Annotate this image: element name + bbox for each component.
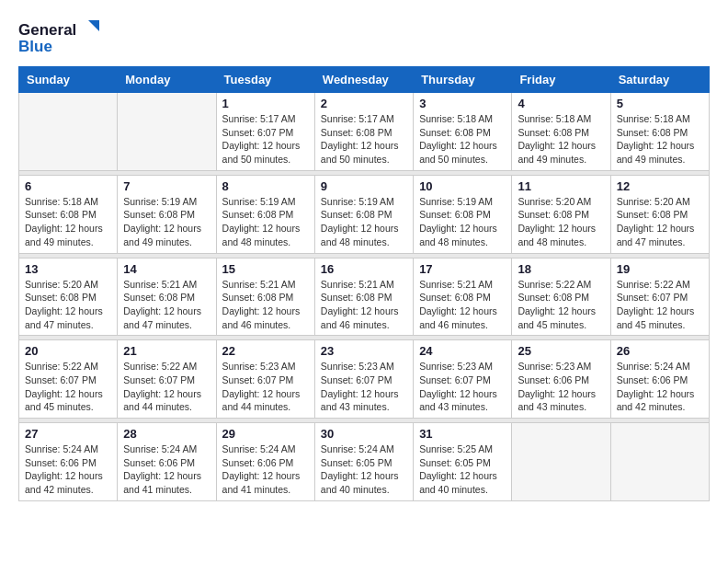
day-info: Sunrise: 5:19 AMSunset: 6:08 PMDaylight:…: [419, 195, 506, 249]
calendar-day-cell: 27Sunrise: 5:24 AMSunset: 6:06 PMDayligh…: [19, 423, 118, 501]
calendar-day-cell: 14Sunrise: 5:21 AMSunset: 6:08 PMDayligh…: [118, 258, 216, 336]
day-number: 3: [419, 97, 506, 110]
day-info: Sunrise: 5:24 AMSunset: 6:06 PMDaylight:…: [123, 442, 210, 497]
day-number: 25: [518, 344, 604, 358]
day-number: 30: [321, 427, 407, 441]
calendar-day-cell: 20Sunrise: 5:22 AMSunset: 6:07 PMDayligh…: [19, 340, 118, 419]
calendar-day-cell: 30Sunrise: 5:24 AMSunset: 6:05 PMDayligh…: [314, 423, 413, 501]
day-info: Sunrise: 5:24 AMSunset: 6:06 PMDaylight:…: [25, 442, 111, 497]
calendar-day-cell: [19, 93, 118, 171]
svg-text:General: General: [18, 21, 76, 39]
calendar-header-saturday: Saturday: [610, 67, 709, 93]
day-number: 14: [123, 262, 210, 276]
calendar-day-cell: 25Sunrise: 5:23 AMSunset: 6:06 PMDayligh…: [512, 340, 610, 419]
day-number: 19: [617, 262, 703, 276]
day-info: Sunrise: 5:22 AMSunset: 6:07 PMDaylight:…: [25, 360, 111, 414]
day-number: 15: [222, 262, 309, 276]
day-info: Sunrise: 5:21 AMSunset: 6:08 PMDaylight:…: [222, 278, 309, 332]
calendar-header-sunday: Sunday: [19, 67, 118, 93]
day-number: 9: [321, 179, 407, 193]
day-number: 13: [25, 262, 111, 276]
calendar-day-cell: 13Sunrise: 5:20 AMSunset: 6:08 PMDayligh…: [19, 258, 118, 336]
calendar-day-cell: 18Sunrise: 5:22 AMSunset: 6:08 PMDayligh…: [512, 258, 610, 336]
day-info: Sunrise: 5:22 AMSunset: 6:07 PMDaylight:…: [123, 360, 210, 414]
calendar-day-cell: 7Sunrise: 5:19 AMSunset: 6:08 PMDaylight…: [118, 175, 216, 253]
calendar-day-cell: 10Sunrise: 5:19 AMSunset: 6:08 PMDayligh…: [414, 175, 512, 253]
day-info: Sunrise: 5:23 AMSunset: 6:07 PMDaylight:…: [222, 360, 309, 414]
day-info: Sunrise: 5:18 AMSunset: 6:08 PMDaylight:…: [518, 112, 604, 167]
calendar-day-cell: 4Sunrise: 5:18 AMSunset: 6:08 PMDaylight…: [512, 93, 610, 171]
calendar-day-cell: 28Sunrise: 5:24 AMSunset: 6:06 PMDayligh…: [118, 423, 216, 501]
calendar-week-row: 6Sunrise: 5:18 AMSunset: 6:08 PMDaylight…: [19, 175, 710, 253]
day-info: Sunrise: 5:18 AMSunset: 6:08 PMDaylight:…: [25, 195, 111, 249]
calendar-day-cell: 24Sunrise: 5:23 AMSunset: 6:07 PMDayligh…: [414, 340, 512, 419]
day-number: 1: [222, 97, 309, 110]
day-number: 11: [518, 179, 604, 193]
calendar-day-cell: 21Sunrise: 5:22 AMSunset: 6:07 PMDayligh…: [118, 340, 216, 419]
day-number: 22: [222, 344, 309, 358]
calendar-day-cell: 17Sunrise: 5:21 AMSunset: 6:08 PMDayligh…: [414, 258, 512, 336]
day-info: Sunrise: 5:22 AMSunset: 6:07 PMDaylight:…: [617, 278, 703, 332]
day-info: Sunrise: 5:18 AMSunset: 6:08 PMDaylight:…: [419, 112, 506, 167]
day-info: Sunrise: 5:22 AMSunset: 6:08 PMDaylight:…: [518, 278, 604, 332]
day-number: 2: [321, 97, 407, 110]
calendar-day-cell: 5Sunrise: 5:18 AMSunset: 6:08 PMDaylight…: [610, 93, 709, 171]
calendar-day-cell: 19Sunrise: 5:22 AMSunset: 6:07 PMDayligh…: [610, 258, 709, 336]
calendar-day-cell: 12Sunrise: 5:20 AMSunset: 6:08 PMDayligh…: [610, 175, 709, 253]
calendar-header-wednesday: Wednesday: [314, 67, 413, 93]
day-number: 12: [617, 179, 703, 193]
day-number: 4: [518, 97, 604, 110]
day-info: Sunrise: 5:20 AMSunset: 6:08 PMDaylight:…: [518, 195, 604, 249]
calendar-day-cell: 29Sunrise: 5:24 AMSunset: 6:06 PMDayligh…: [216, 423, 314, 501]
day-number: 29: [222, 427, 309, 441]
day-info: Sunrise: 5:23 AMSunset: 6:06 PMDaylight:…: [518, 360, 604, 414]
logo: General Blue: [18, 18, 101, 57]
day-number: 10: [419, 179, 506, 193]
calendar-day-cell: 3Sunrise: 5:18 AMSunset: 6:08 PMDaylight…: [414, 93, 512, 171]
day-info: Sunrise: 5:24 AMSunset: 6:06 PMDaylight:…: [617, 360, 703, 414]
calendar-day-cell: 15Sunrise: 5:21 AMSunset: 6:08 PMDayligh…: [216, 258, 314, 336]
day-info: Sunrise: 5:19 AMSunset: 6:08 PMDaylight:…: [123, 195, 210, 249]
day-info: Sunrise: 5:20 AMSunset: 6:08 PMDaylight:…: [617, 195, 703, 249]
calendar-header-row: SundayMondayTuesdayWednesdayThursdayFrid…: [19, 67, 710, 93]
day-info: Sunrise: 5:21 AMSunset: 6:08 PMDaylight:…: [123, 278, 210, 332]
calendar-day-cell: 9Sunrise: 5:19 AMSunset: 6:08 PMDaylight…: [314, 175, 413, 253]
calendar-day-cell: [118, 93, 216, 171]
day-info: Sunrise: 5:20 AMSunset: 6:08 PMDaylight:…: [25, 278, 111, 332]
calendar-week-row: 20Sunrise: 5:22 AMSunset: 6:07 PMDayligh…: [19, 340, 710, 419]
day-number: 31: [419, 427, 506, 441]
calendar-day-cell: [512, 423, 610, 501]
day-info: Sunrise: 5:17 AMSunset: 6:07 PMDaylight:…: [222, 112, 309, 167]
day-number: 16: [321, 262, 407, 276]
day-number: 27: [25, 427, 111, 441]
calendar-header-monday: Monday: [118, 67, 216, 93]
calendar-day-cell: 22Sunrise: 5:23 AMSunset: 6:07 PMDayligh…: [216, 340, 314, 419]
day-info: Sunrise: 5:19 AMSunset: 6:08 PMDaylight:…: [222, 195, 309, 249]
calendar-table: SundayMondayTuesdayWednesdayThursdayFrid…: [18, 66, 710, 501]
calendar-day-cell: 8Sunrise: 5:19 AMSunset: 6:08 PMDaylight…: [216, 175, 314, 253]
day-number: 5: [617, 97, 703, 110]
svg-marker-2: [88, 20, 99, 31]
svg-text:Blue: Blue: [18, 38, 52, 55]
day-info: Sunrise: 5:23 AMSunset: 6:07 PMDaylight:…: [419, 360, 506, 414]
day-number: 20: [25, 344, 111, 358]
day-number: 28: [123, 427, 210, 441]
day-info: Sunrise: 5:25 AMSunset: 6:05 PMDaylight:…: [419, 442, 506, 497]
day-info: Sunrise: 5:21 AMSunset: 6:08 PMDaylight:…: [419, 278, 506, 332]
calendar-header-friday: Friday: [512, 67, 610, 93]
day-number: 23: [321, 344, 407, 358]
day-info: Sunrise: 5:23 AMSunset: 6:07 PMDaylight:…: [321, 360, 407, 414]
day-number: 21: [123, 344, 210, 358]
day-number: 7: [123, 179, 210, 193]
calendar-day-cell: 11Sunrise: 5:20 AMSunset: 6:08 PMDayligh…: [512, 175, 610, 253]
calendar-day-cell: [610, 423, 709, 501]
day-number: 24: [419, 344, 506, 358]
calendar-week-row: 27Sunrise: 5:24 AMSunset: 6:06 PMDayligh…: [19, 423, 710, 501]
day-info: Sunrise: 5:18 AMSunset: 6:08 PMDaylight:…: [617, 112, 703, 167]
calendar-header-tuesday: Tuesday: [216, 67, 314, 93]
day-number: 26: [617, 344, 703, 358]
calendar-day-cell: 6Sunrise: 5:18 AMSunset: 6:08 PMDaylight…: [19, 175, 118, 253]
calendar-day-cell: 16Sunrise: 5:21 AMSunset: 6:08 PMDayligh…: [314, 258, 413, 336]
calendar-day-cell: 26Sunrise: 5:24 AMSunset: 6:06 PMDayligh…: [610, 340, 709, 419]
day-number: 17: [419, 262, 506, 276]
